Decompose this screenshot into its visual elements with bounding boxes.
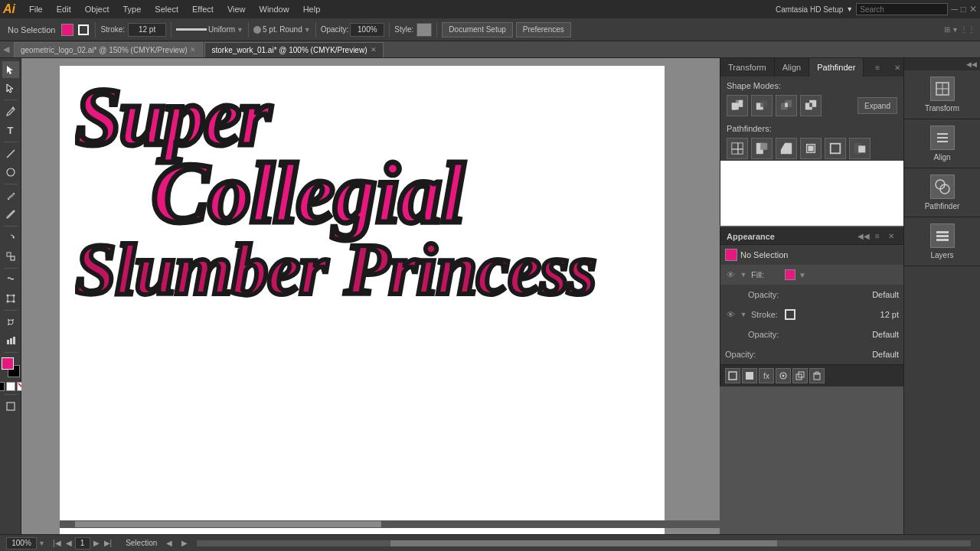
appearance-stroke-row[interactable]: 👁 ▼ Stroke: 12 pt xyxy=(720,305,903,324)
direct-select-tool[interactable] xyxy=(2,80,19,96)
menu-type[interactable]: Type xyxy=(117,3,148,15)
page-last-btn[interactable]: ▶| xyxy=(103,539,114,547)
stroke-line-selector[interactable]: Uniform ▼ xyxy=(176,25,243,34)
pathfinder-panel-close[interactable]: ✕ xyxy=(891,58,903,77)
appearance-fx-btn[interactable]: fx xyxy=(759,368,774,383)
divide-btn[interactable] xyxy=(727,138,748,159)
select-tool[interactable] xyxy=(2,61,19,78)
page-next-btn[interactable]: ▶ xyxy=(92,539,101,547)
tab-storke[interactable]: storke_work_01.ai* @ 100% (CMYK/Preview)… xyxy=(204,42,383,57)
cap-selector[interactable]: 5 pt. Round ▼ xyxy=(253,25,311,34)
minus-front-btn[interactable] xyxy=(751,95,773,116)
tab-geometric[interactable]: geometric_logo_02.ai* @ 150% (CMYK/Previ… xyxy=(14,42,203,57)
tab-nav-left[interactable]: ◀ xyxy=(3,44,9,54)
rotate-tool[interactable] xyxy=(2,230,19,246)
white-swatch[interactable] xyxy=(6,382,15,391)
appearance-add-fill-btn[interactable] xyxy=(742,368,757,383)
stroke-dropdown-icon[interactable]: ▼ xyxy=(237,26,243,34)
maximize-btn[interactable]: □ xyxy=(961,4,966,15)
tab-align[interactable]: Align xyxy=(775,58,809,77)
pathfinder-panel-menu[interactable]: ≡ xyxy=(871,58,884,77)
h-scrollbar-thumb[interactable] xyxy=(75,521,381,527)
menu-window[interactable]: Window xyxy=(253,3,296,15)
tab-pathfinder[interactable]: Pathfinder xyxy=(809,58,864,77)
status-arrow-left[interactable]: ◀ xyxy=(166,539,172,547)
page-first-btn[interactable]: |◀ xyxy=(51,539,63,547)
sidebar-transform[interactable]: Transform xyxy=(904,70,980,119)
style-swatch[interactable] xyxy=(416,23,432,37)
fill-opacity-value[interactable]: Default xyxy=(872,290,899,299)
intersect-btn[interactable] xyxy=(776,95,797,116)
line-tool[interactable] xyxy=(2,145,19,162)
appearance-visibility-btn[interactable] xyxy=(776,368,791,383)
black-swatch[interactable] xyxy=(0,382,5,391)
fg-color-swatch[interactable] xyxy=(2,357,14,370)
page-input[interactable] xyxy=(75,537,90,549)
app-dropdown-icon[interactable]: ▼ xyxy=(846,5,853,13)
crop-btn[interactable] xyxy=(800,138,822,159)
expand-btn[interactable]: Expand xyxy=(858,97,897,114)
fill-color-swatch[interactable] xyxy=(61,24,74,36)
exclude-btn[interactable] xyxy=(800,95,822,116)
zoom-dropdown[interactable]: ▼ xyxy=(38,540,45,547)
menu-view[interactable]: View xyxy=(221,3,252,15)
appearance-close-btn[interactable]: ✕ xyxy=(885,230,897,243)
pen-tool[interactable] xyxy=(2,103,19,120)
ellipse-tool[interactable] xyxy=(2,164,19,181)
sidebar-layers[interactable]: Layers xyxy=(904,217,980,266)
fill-visibility-icon[interactable]: 👁 xyxy=(725,269,736,280)
menu-object[interactable]: Object xyxy=(79,3,116,15)
pencil-tool[interactable] xyxy=(2,187,19,204)
appearance-duplicate-btn[interactable] xyxy=(792,368,808,383)
minimize-btn[interactable]: ─ xyxy=(951,4,958,15)
menu-effect[interactable]: Effect xyxy=(186,3,220,15)
search-input[interactable] xyxy=(856,3,948,15)
workspace-btn[interactable]: ⊞ xyxy=(944,25,950,34)
h-scroll-thumb[interactable] xyxy=(390,540,777,546)
h-scrollbar[interactable] xyxy=(60,520,720,528)
warp-tool[interactable] xyxy=(2,272,19,289)
fill-color-swatch[interactable] xyxy=(785,269,795,280)
sidebar-pathfinder[interactable]: Pathfinder xyxy=(904,168,980,217)
status-arrow-right[interactable]: ▶ xyxy=(181,539,188,547)
stroke-color-swatch[interactable] xyxy=(785,309,795,320)
menu-select[interactable]: Select xyxy=(149,3,185,15)
h-scroll-bar[interactable] xyxy=(197,540,971,546)
fill-expand-icon[interactable]: ▼ xyxy=(739,270,748,279)
tab-close-geometric[interactable]: ✕ xyxy=(190,46,196,54)
brush-tool[interactable] xyxy=(2,206,19,223)
workspace-dropdown[interactable]: ▼ xyxy=(952,26,959,34)
preferences-btn[interactable]: Preferences xyxy=(516,22,571,37)
merge-btn[interactable] xyxy=(776,138,797,159)
unite-btn[interactable] xyxy=(727,95,748,116)
menu-help[interactable]: Help xyxy=(297,3,327,15)
doc-setup-btn[interactable]: Document Setup xyxy=(442,22,513,37)
minus-back-btn[interactable] xyxy=(849,138,871,159)
close-btn[interactable]: ✕ xyxy=(969,4,977,15)
stroke-visibility-icon[interactable]: 👁 xyxy=(725,309,736,320)
column-graph-tool[interactable] xyxy=(2,332,19,349)
zoom-input[interactable] xyxy=(6,537,37,549)
appearance-menu-btn[interactable]: ≡ xyxy=(871,230,884,243)
free-transform-tool[interactable] xyxy=(2,290,19,307)
menu-file[interactable]: File xyxy=(23,3,49,15)
page-prev-btn[interactable]: ◀ xyxy=(64,539,74,547)
trim-btn[interactable] xyxy=(751,138,773,159)
sidebar-collapse-icon[interactable]: ◀◀ xyxy=(966,60,977,68)
opacity-input[interactable] xyxy=(350,23,384,37)
symbol-spray-tool[interactable] xyxy=(2,314,19,331)
tab-close-storke[interactable]: ✕ xyxy=(371,46,377,54)
sidebar-align[interactable]: Align xyxy=(904,119,980,168)
appearance-fill-row[interactable]: 👁 ▼ Fill: ▼ xyxy=(720,265,903,285)
type-tool[interactable]: T xyxy=(2,122,19,139)
appearance-delete-btn[interactable] xyxy=(809,368,825,383)
outline-btn[interactable] xyxy=(825,138,846,159)
fill-options-icon[interactable]: ▼ xyxy=(799,271,806,279)
appearance-collapse-btn[interactable]: ◀◀ xyxy=(858,230,870,243)
screen-mode-btn[interactable] xyxy=(2,398,19,415)
cap-dropdown-icon[interactable]: ▼ xyxy=(304,26,311,34)
tab-transform[interactable]: Transform xyxy=(720,58,775,77)
menu-edit[interactable]: Edit xyxy=(51,3,77,15)
stroke-expand-icon[interactable]: ▼ xyxy=(739,310,748,319)
appearance-add-stroke-btn[interactable] xyxy=(725,368,740,383)
